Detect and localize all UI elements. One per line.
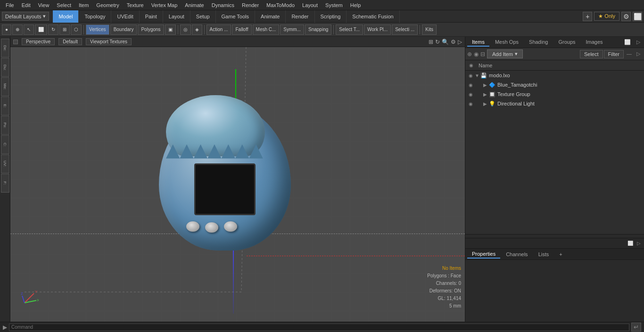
vp-expand-btn[interactable]: ▷	[458, 39, 462, 45]
transform-tool-btn[interactable]: ⬜	[35, 24, 47, 35]
add-item-filter-icon[interactable]: ⊟	[480, 51, 485, 57]
prop-tab-channels[interactable]: Channels	[501, 251, 532, 258]
tab-items[interactable]: Items	[467, 38, 489, 47]
settings-button[interactable]: ⚙	[621, 12, 631, 21]
tab-images[interactable]: Images	[581, 38, 608, 47]
menu-edit[interactable]: Edit	[18, 1, 34, 9]
props-expand-btn[interactable]: ⬜	[626, 241, 635, 246]
3d-model[interactable]	[149, 90, 310, 279]
tab-shading[interactable]: Shading	[524, 38, 553, 47]
prop-tab-properties[interactable]: Properties	[467, 250, 500, 259]
vp-fit-btn[interactable]: ⊞	[429, 39, 433, 45]
dot-tool-btn[interactable]: ●	[2, 24, 11, 35]
menu-animate[interactable]: Animate	[181, 1, 207, 9]
menu-select[interactable]: Select	[53, 1, 75, 9]
tree-expand-blue-tamagotchi[interactable]: ▶	[483, 82, 488, 88]
star-only-button[interactable]: ★ Only	[594, 12, 619, 21]
menu-view[interactable]: View	[34, 1, 53, 9]
snapping-button[interactable]: Snapping	[305, 24, 331, 35]
expand-panel-btn[interactable]: ⬜	[622, 39, 633, 45]
tab-scripting[interactable]: Scripting	[315, 10, 347, 23]
vp-settings-btn[interactable]: ⚙	[451, 39, 456, 45]
filter-button[interactable]: Filter	[604, 50, 624, 58]
viewport[interactable]: Perspective Default Viewport Textures ⊞ …	[10, 37, 465, 332]
menu-item[interactable]: Item	[75, 1, 92, 9]
menu-file[interactable]: File	[2, 1, 18, 9]
left-tool-uv[interactable]: UV:	[1, 154, 9, 173]
add-item-button[interactable]: Add Item ▾	[487, 49, 523, 58]
items-scrollbar[interactable]	[465, 234, 644, 238]
tree-item-directional-light[interactable]: ◉ ▶ 💡 Directional Light	[465, 99, 644, 108]
tree-item-texture-group[interactable]: ◉ ▶ 🔲 Texture Group	[465, 89, 644, 99]
vertices-button[interactable]: Vertices	[86, 24, 109, 35]
menu-system[interactable]: System	[322, 1, 347, 9]
menu-dynamics[interactable]: Dynamics	[208, 1, 238, 9]
tree-item-modo-lxo[interactable]: ◉ ▼ 💾 modo.lxo	[465, 71, 644, 80]
polygons-button[interactable]: Polygons	[138, 24, 164, 35]
tab-paint[interactable]: Paint	[140, 10, 163, 23]
tab-animate[interactable]: Animate	[255, 10, 286, 23]
tree-item-blue-tamagotchi[interactable]: ◉ ▶ 🔷 Blue_Tamagotchi	[465, 80, 644, 89]
menu-max-to-modo[interactable]: MaxToModo	[263, 1, 298, 9]
kits-button[interactable]: Kits	[422, 24, 437, 35]
tab-layout[interactable]: Layout	[163, 10, 190, 23]
select-button[interactable]: Select	[580, 50, 603, 58]
symmetry-button[interactable]: Symm...	[280, 24, 304, 35]
textures-tab[interactable]: Viewport Textures	[86, 38, 132, 45]
canvas-area[interactable]: Y X Z No Items Polygons : Face Channels:…	[10, 47, 465, 322]
tree-eye-texture-group[interactable]: ◉	[467, 92, 474, 97]
prop-tab-lists[interactable]: Lists	[534, 251, 554, 258]
arrow-tool-btn[interactable]: ↖	[24, 24, 34, 35]
menu-help[interactable]: Help	[347, 1, 365, 9]
tree-eye-directional-light[interactable]: ◉	[467, 101, 474, 106]
tree-expand-texture-group[interactable]: ▶	[483, 92, 488, 97]
menu-geometry[interactable]: Geometry	[92, 1, 123, 9]
default-tab[interactable]: Default	[58, 38, 82, 45]
mesh-c-button[interactable]: Mesh C...	[253, 24, 280, 35]
tab-mesh-ops[interactable]: Mesh Ops	[490, 38, 523, 47]
tree-expand-directional-light[interactable]: ▶	[483, 101, 488, 106]
select-t-button[interactable]: Select T...	[336, 24, 363, 35]
add-layout-button[interactable]: +	[583, 12, 592, 21]
add-item-plus-icon[interactable]: ⊕	[467, 51, 472, 57]
cmd-submit-button[interactable]: ↵	[631, 323, 641, 332]
tab-groups[interactable]: Groups	[553, 38, 580, 47]
action-button[interactable]: Action ...	[206, 24, 231, 35]
vp-zoom-btn[interactable]: 🔍	[442, 39, 449, 45]
tree-eye-blue-tamagotchi[interactable]: ◉	[467, 82, 474, 88]
left-tool-f[interactable]: F:	[1, 174, 9, 193]
hex-tool-btn[interactable]: ⬡	[71, 24, 82, 35]
boundary-button[interactable]: Boundary	[110, 24, 137, 35]
tab-game-tools[interactable]: Game Tools	[216, 10, 256, 23]
command-input[interactable]	[9, 324, 629, 331]
rotate-tool-btn[interactable]: ↻	[48, 24, 58, 35]
tree-expand-modo-lxo[interactable]: ▼	[475, 73, 479, 78]
work-plane-button[interactable]: Work Pl...	[364, 24, 391, 35]
left-tool-de[interactable]: De:	[1, 39, 9, 57]
diamond-btn[interactable]: ◈	[192, 24, 202, 35]
mesh-mode-btn[interactable]: ▣	[165, 24, 176, 35]
viewport-menu-btn[interactable]	[13, 40, 18, 44]
left-tool-me[interactable]: Me:	[1, 77, 9, 96]
scale-tool-btn[interactable]: ⊞	[59, 24, 70, 35]
vp-rotate-btn[interactable]: ↻	[435, 39, 440, 45]
items-tree[interactable]: ◉ ▼ 💾 modo.lxo ◉ ▶ 🔷 Blue_Tamagotchi ◉ ▶…	[465, 71, 644, 234]
add-item-eye-icon[interactable]: ◉	[474, 51, 479, 57]
perspective-tab[interactable]: Perspective	[22, 38, 55, 45]
falloff-button[interactable]: Falloff	[232, 24, 251, 35]
panel-collapse-btn[interactable]: —	[625, 50, 634, 58]
circle-btn[interactable]: ◎	[180, 24, 191, 35]
left-tool-e[interactable]: E:	[1, 97, 9, 115]
left-tool-du[interactable]: Du:	[1, 58, 9, 77]
tab-uvedit[interactable]: UVEdit	[111, 10, 139, 23]
prop-tab-plus[interactable]: +	[554, 251, 567, 258]
menu-texture[interactable]: Texture	[123, 1, 148, 9]
panel-settings-btn[interactable]: ▷	[635, 39, 642, 45]
panel-close-btn[interactable]: ▷	[635, 50, 642, 58]
selection-button[interactable]: Selecti ...	[392, 24, 418, 35]
menu-render[interactable]: Render	[238, 1, 263, 9]
expand-button[interactable]: ⬜	[633, 12, 642, 21]
tab-setup[interactable]: Setup	[190, 10, 216, 23]
tab-model[interactable]: Model	[53, 10, 79, 23]
left-tool-po[interactable]: Po:	[1, 116, 9, 135]
